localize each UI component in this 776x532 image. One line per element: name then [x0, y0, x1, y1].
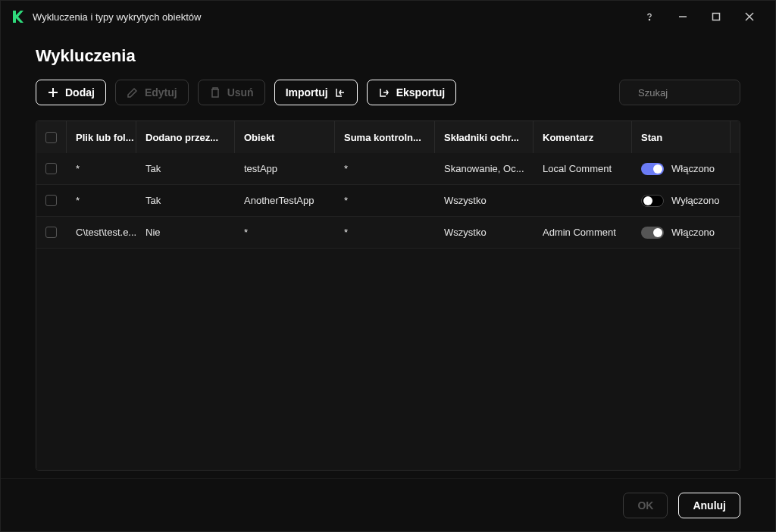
checkbox-icon	[45, 163, 57, 174]
search-box[interactable]	[619, 80, 740, 105]
plus-icon	[47, 86, 59, 99]
cell-object: testApp	[235, 153, 335, 184]
header-object[interactable]: Obiekt	[235, 121, 335, 153]
cell-checksum: *	[335, 153, 435, 184]
checkbox-icon	[45, 227, 57, 238]
checkbox-icon	[45, 132, 57, 143]
export-label: Eksportuj	[396, 86, 446, 99]
exclusions-table: Plik lub fol... Dodano przez... Obiekt S…	[36, 120, 740, 471]
delete-button[interactable]: Usuń	[198, 80, 265, 105]
cell-added: Tak	[136, 153, 235, 184]
titlebar: Wykluczenia i typy wykrytych obiektów	[1, 1, 775, 33]
export-button[interactable]: Eksportuj	[367, 80, 457, 105]
cell-object: AnotherTestApp	[235, 185, 335, 216]
import-icon	[334, 86, 346, 99]
cell-comment: Local Comment	[534, 153, 632, 184]
cell-state: Włączono	[632, 153, 731, 184]
cell-added: Tak	[136, 185, 235, 216]
checkbox-icon	[45, 195, 57, 206]
header-rest	[731, 121, 740, 153]
cell-state: Włączono	[632, 217, 731, 248]
add-button[interactable]: Dodaj	[36, 80, 106, 105]
table-body: *TaktestApp*Skanowanie, Oc...Local Comme…	[36, 153, 740, 470]
state-toggle[interactable]	[641, 195, 664, 207]
minimize-button[interactable]	[666, 2, 699, 32]
cell-components: Wszystko	[435, 217, 534, 248]
edit-button[interactable]: Edytuj	[115, 80, 189, 105]
header-comment[interactable]: Komentarz	[534, 121, 632, 153]
cell-rest	[731, 185, 740, 216]
header-components[interactable]: Składniki ochr...	[435, 121, 534, 153]
cell-checksum: *	[335, 217, 435, 248]
cell-added: Nie	[136, 217, 235, 248]
cell-comment: Admin Comment	[534, 217, 632, 248]
state-label: Włączono	[671, 227, 715, 238]
header-checksum[interactable]: Suma kontroln...	[335, 121, 435, 153]
cell-state: Wyłączono	[632, 185, 731, 216]
import-label: Importuj	[286, 86, 328, 99]
table-row[interactable]: C\test\test.e...Nie**WszystkoAdmin Comme…	[36, 217, 740, 249]
cell-rest	[731, 217, 740, 248]
close-button[interactable]	[733, 2, 766, 32]
content-area: Wykluczenia Dodaj Edytuj Usuń Importuj E…	[1, 33, 775, 478]
delete-label: Usuń	[227, 86, 254, 99]
import-button[interactable]: Importuj	[274, 80, 358, 105]
ok-button[interactable]: OK	[623, 493, 668, 518]
cell-object: *	[235, 217, 335, 248]
header-file[interactable]: Plik lub fol...	[67, 121, 136, 153]
state-label: Wyłączono	[671, 195, 719, 206]
toolbar: Dodaj Edytuj Usuń Importuj Eksportuj	[36, 80, 740, 105]
cell-components: Skanowanie, Oc...	[435, 153, 534, 184]
row-checkbox[interactable]	[36, 185, 67, 216]
state-toggle[interactable]	[641, 227, 664, 239]
trash-icon	[209, 86, 221, 99]
header-added[interactable]: Dodano przez...	[136, 121, 235, 153]
select-all-header[interactable]	[36, 121, 67, 153]
cell-components: Wszystko	[435, 185, 534, 216]
help-button[interactable]	[633, 2, 666, 32]
cell-file: *	[67, 185, 136, 216]
export-icon	[378, 86, 390, 99]
cancel-button[interactable]: Anuluj	[678, 493, 740, 518]
search-input[interactable]	[637, 86, 767, 99]
table-row[interactable]: *TaktestApp*Skanowanie, Oc...Local Comme…	[36, 153, 740, 185]
state-label: Włączono	[671, 163, 715, 174]
cell-rest	[731, 153, 740, 184]
cell-comment	[534, 185, 632, 216]
window-title: Wykluczenia i typy wykrytych obiektów	[33, 11, 201, 23]
app-window: Wykluczenia i typy wykrytych obiektów Wy…	[0, 0, 776, 532]
maximize-button[interactable]	[699, 2, 733, 32]
cell-checksum: *	[335, 185, 435, 216]
row-checkbox[interactable]	[36, 153, 67, 184]
edit-label: Edytuj	[145, 86, 177, 99]
state-toggle[interactable]	[641, 163, 664, 175]
cell-file: *	[67, 153, 136, 184]
table-row[interactable]: *TakAnotherTestApp*WszystkoWyłączono	[36, 185, 740, 217]
header-state[interactable]: Stan	[632, 121, 731, 153]
svg-rect-2	[713, 14, 720, 20]
table-header: Plik lub fol... Dodano przez... Obiekt S…	[36, 121, 740, 153]
pencil-icon	[127, 86, 139, 99]
svg-point-0	[649, 19, 649, 20]
add-label: Dodaj	[65, 86, 95, 99]
cell-file: C\test\test.e...	[67, 217, 136, 248]
dialog-footer: OK Anuluj	[1, 478, 775, 531]
row-checkbox[interactable]	[36, 217, 67, 248]
app-logo-icon	[10, 9, 25, 24]
page-title: Wykluczenia	[36, 46, 740, 66]
